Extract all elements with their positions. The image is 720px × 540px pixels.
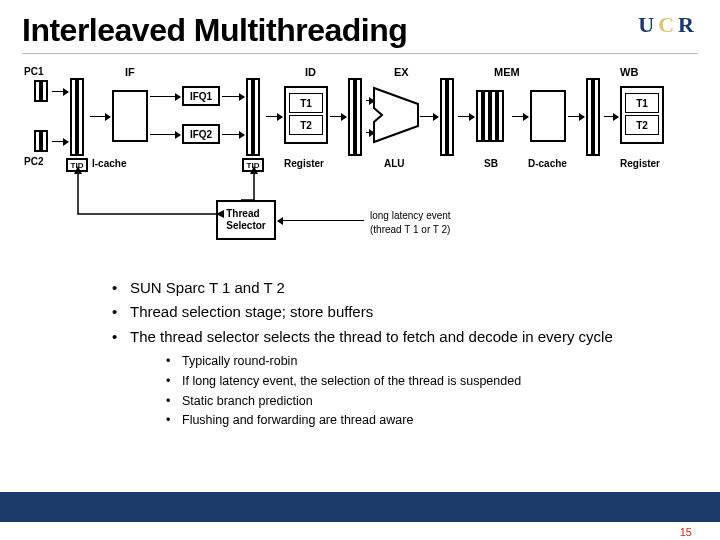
arrow-long-latency [278, 220, 364, 221]
bottom-bar [0, 492, 720, 522]
arrow-id-reg [266, 116, 282, 117]
regfile2-t1: T1 [625, 93, 659, 113]
pc2-bars [34, 130, 48, 152]
stage-if-label: IF [125, 66, 135, 78]
stage-id-label: ID [305, 66, 316, 78]
arrow-icache-ifq2 [150, 134, 180, 135]
arrow-exlatch-alu2 [366, 132, 374, 133]
bullet-1-text: SUN Sparc T 1 and T 2 [130, 279, 285, 296]
logo-u: U [638, 12, 658, 37]
ifq1-box: IFQ1 [182, 86, 220, 106]
subbullet-3-text: Static branch prediction [182, 394, 313, 408]
pc1-label: PC1 [24, 66, 43, 77]
subbullet-2-text: If long latency event, the selection of … [182, 374, 521, 388]
regfile1-t1: T1 [289, 93, 323, 113]
ifq2-box: IFQ2 [182, 124, 220, 144]
svg-marker-1 [74, 166, 82, 174]
logo-c: C [658, 12, 678, 37]
header: Interleaved Multithreading UCR [22, 12, 698, 54]
wb-latch [586, 78, 600, 156]
logo-r: R [678, 12, 698, 37]
bullet-3: The thread selector selects the thread t… [112, 327, 702, 430]
arrow-pc1-if [52, 91, 68, 92]
subbullet-4: Flushing and forwarding are thread aware [166, 412, 702, 429]
arrow-exlatch-alu1 [366, 100, 374, 101]
ucr-logo: UCR [638, 12, 698, 38]
svg-marker-2 [250, 166, 258, 174]
svg-marker-3 [216, 210, 224, 218]
bullet-1: SUN Sparc T 1 and T 2 [112, 278, 702, 298]
pc1-bars [34, 80, 48, 102]
thread-t1-t2-label: (thread T 1 or T 2) [370, 224, 450, 235]
subbullet-4-text: Flushing and forwarding are thread aware [182, 413, 413, 427]
id-latch [246, 78, 260, 156]
arrow-if-icache [90, 116, 110, 117]
arrow-sb-dcache [512, 116, 528, 117]
subbullet-1-text: Typically round-robin [182, 354, 297, 368]
arrow-alu-mem [420, 116, 438, 117]
ex-latch [348, 78, 362, 156]
regfile1-t2: T2 [289, 115, 323, 135]
subbullet-3: Static branch prediction [166, 393, 702, 410]
sb-bars [476, 90, 504, 142]
bullet-3-text: The thread selector selects the thread t… [130, 328, 613, 345]
arrow-wb-reg2 [604, 116, 618, 117]
page-number: 15 [680, 526, 692, 538]
regfile2-box: T1 T2 [620, 86, 664, 144]
long-latency-label: long latency event [370, 210, 451, 221]
arrow-ifq2-id [222, 134, 244, 135]
arrow-dcache-wb [568, 116, 584, 117]
register1-label: Register [284, 158, 324, 169]
svg-marker-0 [374, 88, 418, 142]
page-title: Interleaved Multithreading [22, 12, 407, 49]
icache-box [112, 90, 148, 142]
slide: Interleaved Multithreading UCR IF ID EX … [0, 0, 720, 540]
bullet-2: Thread selection stage; store buffers [112, 302, 702, 322]
dcache-box [530, 90, 566, 142]
arrow-mem-sb [458, 116, 474, 117]
arrow-icache-ifq1 [150, 96, 180, 97]
arrow-reg-ex [330, 116, 346, 117]
subbullet-2: If long latency event, the selection of … [166, 373, 702, 390]
selector-lines [66, 164, 286, 224]
sb-label: SB [484, 158, 498, 169]
stage-ex-label: EX [394, 66, 409, 78]
if-latch [70, 78, 84, 156]
alu-label: ALU [384, 158, 405, 169]
bullets: SUN Sparc T 1 and T 2 Thread selection s… [112, 278, 702, 429]
alu-shape [372, 86, 422, 144]
stage-wb-label: WB [620, 66, 638, 78]
stage-mem-label: MEM [494, 66, 520, 78]
mem-latch [440, 78, 454, 156]
bullet-2-text: Thread selection stage; store buffers [130, 303, 373, 320]
pc2-label: PC2 [24, 156, 43, 167]
regfile1-box: T1 T2 [284, 86, 328, 144]
arrow-pc2-if [52, 141, 68, 142]
dcache-label: D-cache [528, 158, 567, 169]
regfile2-t2: T2 [625, 115, 659, 135]
subbullet-1: Typically round-robin [166, 353, 702, 370]
register2-label: Register [620, 158, 660, 169]
pipeline-diagram: IF ID EX MEM WB PC1 PC2 I-cache TID IFQ1… [22, 64, 698, 264]
arrow-ifq1-id [222, 96, 244, 97]
